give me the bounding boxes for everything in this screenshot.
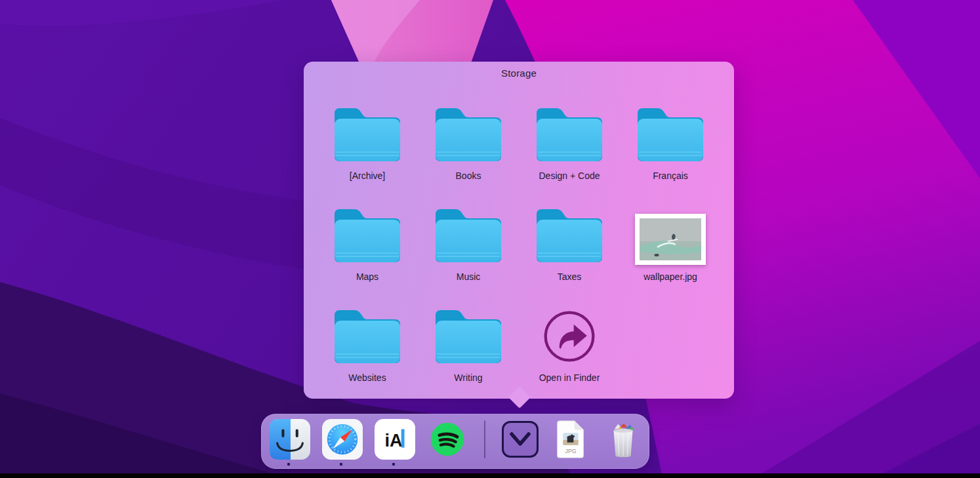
folder-icon xyxy=(331,104,403,164)
spotify-app-icon[interactable] xyxy=(427,419,468,460)
stack-item-label: Taxes xyxy=(558,271,582,282)
stack-item-label: Open in Finder xyxy=(539,372,600,383)
stack-item-label: Writing xyxy=(454,372,482,383)
popup-grid: [Archive] Books Design + Code Français M… xyxy=(317,88,721,391)
stack-item-label: wallpaper.jpg xyxy=(643,271,697,282)
stack-item-writing[interactable]: Writing xyxy=(418,290,519,391)
popup-title: Storage xyxy=(304,68,734,79)
desktop: Storage [Archive] Books Design + Code Fr… xyxy=(0,0,980,478)
running-indicator-safari xyxy=(340,463,342,466)
stack-item-websites[interactable]: Websites xyxy=(317,290,418,391)
stack-item-music[interactable]: Music xyxy=(418,189,519,290)
stack-item-label: Music xyxy=(457,271,481,282)
jpg-file-icon[interactable]: JPG xyxy=(550,419,591,460)
stack-item-label: Books xyxy=(456,170,481,181)
open-in-finder-button[interactable]: Open in Finder xyxy=(519,290,620,391)
running-indicator-ia-writer xyxy=(392,463,395,466)
folder-icon xyxy=(432,205,504,265)
running-indicator-finder xyxy=(287,463,290,466)
stack-item-francais[interactable]: Français xyxy=(620,88,721,189)
folder-icon xyxy=(634,104,706,164)
image-thumbnail-icon xyxy=(635,214,706,265)
folder-icon xyxy=(432,306,504,366)
stack-item-label: Websites xyxy=(348,372,386,383)
stack-item-label: Maps xyxy=(356,271,378,282)
stack-item-archive[interactable]: [Archive] xyxy=(317,88,418,189)
folder-icon xyxy=(533,104,605,164)
ia-writer-glyph: iA xyxy=(385,430,403,450)
ia-writer-app-icon[interactable]: iA xyxy=(375,419,415,460)
folder-icon xyxy=(331,306,403,366)
trash-icon[interactable] xyxy=(603,419,643,460)
stack-item-maps[interactable]: Maps xyxy=(317,189,418,290)
dock-storage-stack-button[interactable] xyxy=(502,421,539,458)
stack-item-design-code[interactable]: Design + Code xyxy=(519,88,620,189)
folder-icon xyxy=(331,205,403,265)
open-in-finder-arrow-icon xyxy=(541,308,598,365)
stack-item-label: Design + Code xyxy=(539,170,600,181)
screen-bottom-bar xyxy=(0,473,980,478)
safari-app-icon[interactable] xyxy=(322,419,363,460)
stack-item-taxes[interactable]: Taxes xyxy=(519,189,620,290)
folder-icon xyxy=(432,104,504,164)
stack-item-books[interactable]: Books xyxy=(418,88,519,189)
chevron-down-icon xyxy=(506,428,535,450)
finder-app-icon[interactable] xyxy=(270,419,310,460)
stack-item-label: Français xyxy=(653,170,688,181)
dock: iA JPG xyxy=(261,414,649,469)
stack-item-label: [Archive] xyxy=(350,170,385,181)
folder-icon xyxy=(533,205,605,265)
jpg-badge-label: JPG xyxy=(565,448,577,454)
stack-item-wallpaper-jpg[interactable]: wallpaper.jpg xyxy=(620,189,721,290)
dock-divider xyxy=(484,420,485,458)
stack-popup-storage: Storage [Archive] Books Design + Code Fr… xyxy=(304,62,734,399)
